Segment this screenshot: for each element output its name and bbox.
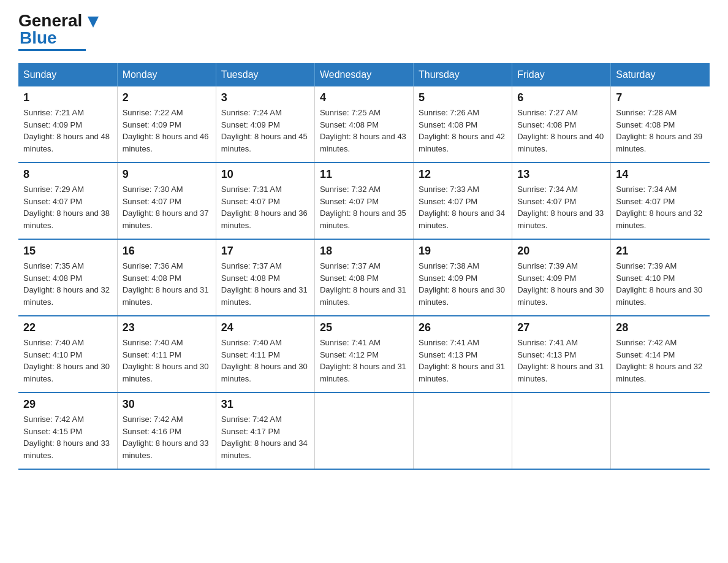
day-info: Sunrise: 7:39 AM Sunset: 4:09 PM Dayligh… (517, 260, 605, 308)
calendar-cell: 10 Sunrise: 7:31 AM Sunset: 4:07 PM Dayl… (216, 163, 314, 239)
day-info: Sunrise: 7:28 AM Sunset: 4:08 PM Dayligh… (616, 107, 705, 155)
day-info: Sunrise: 7:34 AM Sunset: 4:07 PM Dayligh… (616, 183, 705, 231)
day-info: Sunrise: 7:40 AM Sunset: 4:11 PM Dayligh… (221, 337, 309, 385)
day-info: Sunrise: 7:36 AM Sunset: 4:08 PM Dayligh… (123, 260, 211, 308)
calendar-cell: 18 Sunrise: 7:37 AM Sunset: 4:08 PM Dayl… (314, 239, 413, 316)
calendar-cell: 15 Sunrise: 7:35 AM Sunset: 4:08 PM Dayl… (18, 239, 117, 316)
calendar-cell: 4 Sunrise: 7:25 AM Sunset: 4:08 PM Dayli… (314, 86, 413, 163)
day-info: Sunrise: 7:24 AM Sunset: 4:09 PM Dayligh… (221, 107, 309, 155)
calendar-cell: 22 Sunrise: 7:40 AM Sunset: 4:10 PM Dayl… (18, 316, 117, 393)
logo: General Blue (18, 12, 99, 51)
calendar-cell: 30 Sunrise: 7:42 AM Sunset: 4:16 PM Dayl… (117, 393, 216, 469)
day-number: 21 (616, 245, 705, 258)
day-number: 12 (419, 168, 507, 181)
day-number: 3 (221, 91, 309, 104)
day-number: 19 (419, 245, 507, 258)
calendar-cell: 16 Sunrise: 7:36 AM Sunset: 4:08 PM Dayl… (117, 239, 216, 316)
calendar-table: SundayMondayTuesdayWednesdayThursdayFrid… (18, 63, 710, 470)
calendar-cell: 7 Sunrise: 7:28 AM Sunset: 4:08 PM Dayli… (611, 86, 710, 163)
calendar-cell: 29 Sunrise: 7:42 AM Sunset: 4:15 PM Dayl… (18, 393, 117, 469)
calendar-cell: 25 Sunrise: 7:41 AM Sunset: 4:12 PM Dayl… (314, 316, 413, 393)
day-number: 15 (23, 245, 112, 258)
day-info: Sunrise: 7:35 AM Sunset: 4:08 PM Dayligh… (23, 260, 112, 308)
day-number: 5 (419, 91, 507, 104)
day-info: Sunrise: 7:42 AM Sunset: 4:14 PM Dayligh… (616, 337, 705, 385)
day-info: Sunrise: 7:21 AM Sunset: 4:09 PM Dayligh… (23, 107, 112, 155)
day-number: 14 (616, 168, 705, 181)
calendar-cell: 5 Sunrise: 7:26 AM Sunset: 4:08 PM Dayli… (414, 86, 512, 163)
day-info: Sunrise: 7:25 AM Sunset: 4:08 PM Dayligh… (320, 107, 408, 155)
day-info: Sunrise: 7:30 AM Sunset: 4:07 PM Dayligh… (123, 183, 211, 231)
calendar-week-row: 22 Sunrise: 7:40 AM Sunset: 4:10 PM Dayl… (18, 316, 710, 393)
calendar-week-row: 8 Sunrise: 7:29 AM Sunset: 4:07 PM Dayli… (18, 163, 710, 239)
calendar-cell (611, 393, 710, 469)
day-number: 9 (123, 168, 211, 181)
day-info: Sunrise: 7:26 AM Sunset: 4:08 PM Dayligh… (419, 107, 507, 155)
calendar-week-row: 1 Sunrise: 7:21 AM Sunset: 4:09 PM Dayli… (18, 86, 710, 163)
calendar-cell (512, 393, 611, 469)
logo-underline (18, 49, 86, 51)
day-number: 13 (517, 168, 605, 181)
day-info: Sunrise: 7:39 AM Sunset: 4:10 PM Dayligh… (616, 260, 705, 308)
day-info: Sunrise: 7:40 AM Sunset: 4:11 PM Dayligh… (123, 337, 211, 385)
calendar-cell: 31 Sunrise: 7:42 AM Sunset: 4:17 PM Dayl… (216, 393, 314, 469)
day-info: Sunrise: 7:42 AM Sunset: 4:15 PM Dayligh… (23, 413, 112, 461)
calendar-cell: 6 Sunrise: 7:27 AM Sunset: 4:08 PM Dayli… (512, 86, 611, 163)
day-number: 1 (23, 91, 112, 104)
day-number: 20 (517, 245, 605, 258)
calendar-cell: 20 Sunrise: 7:39 AM Sunset: 4:09 PM Dayl… (512, 239, 611, 316)
day-info: Sunrise: 7:34 AM Sunset: 4:07 PM Dayligh… (517, 183, 605, 231)
calendar-cell: 23 Sunrise: 7:40 AM Sunset: 4:11 PM Dayl… (117, 316, 216, 393)
day-info: Sunrise: 7:27 AM Sunset: 4:08 PM Dayligh… (517, 107, 605, 155)
day-info: Sunrise: 7:32 AM Sunset: 4:07 PM Dayligh… (320, 183, 408, 231)
day-number: 10 (221, 168, 309, 181)
calendar-cell: 27 Sunrise: 7:41 AM Sunset: 4:13 PM Dayl… (512, 316, 611, 393)
calendar-week-row: 15 Sunrise: 7:35 AM Sunset: 4:08 PM Dayl… (18, 239, 710, 316)
calendar-header-row: SundayMondayTuesdayWednesdayThursdayFrid… (18, 63, 710, 86)
calendar-cell: 11 Sunrise: 7:32 AM Sunset: 4:07 PM Dayl… (314, 163, 413, 239)
day-number: 7 (616, 91, 705, 104)
header: General Blue (18, 12, 710, 51)
day-info: Sunrise: 7:41 AM Sunset: 4:12 PM Dayligh… (320, 337, 408, 385)
day-number: 17 (221, 245, 309, 258)
day-number: 8 (23, 168, 112, 181)
day-number: 6 (517, 91, 605, 104)
day-number: 24 (221, 321, 309, 334)
day-info: Sunrise: 7:42 AM Sunset: 4:17 PM Dayligh… (221, 413, 309, 461)
day-info: Sunrise: 7:37 AM Sunset: 4:08 PM Dayligh… (320, 260, 408, 308)
day-info: Sunrise: 7:40 AM Sunset: 4:10 PM Dayligh… (23, 337, 112, 385)
calendar-cell: 28 Sunrise: 7:42 AM Sunset: 4:14 PM Dayl… (611, 316, 710, 393)
day-number: 16 (123, 245, 211, 258)
day-info: Sunrise: 7:33 AM Sunset: 4:07 PM Dayligh… (419, 183, 507, 231)
day-info: Sunrise: 7:31 AM Sunset: 4:07 PM Dayligh… (221, 183, 309, 231)
day-number: 22 (23, 321, 112, 334)
day-info: Sunrise: 7:29 AM Sunset: 4:07 PM Dayligh… (23, 183, 112, 231)
logo-text: General (18, 12, 99, 29)
day-number: 18 (320, 245, 408, 258)
day-info: Sunrise: 7:38 AM Sunset: 4:09 PM Dayligh… (419, 260, 507, 308)
day-info: Sunrise: 7:41 AM Sunset: 4:13 PM Dayligh… (517, 337, 605, 385)
header-day-thursday: Thursday (414, 63, 512, 86)
day-number: 27 (517, 321, 605, 334)
calendar-cell: 1 Sunrise: 7:21 AM Sunset: 4:09 PM Dayli… (18, 86, 117, 163)
calendar-cell: 3 Sunrise: 7:24 AM Sunset: 4:09 PM Dayli… (216, 86, 314, 163)
calendar-cell: 9 Sunrise: 7:30 AM Sunset: 4:07 PM Dayli… (117, 163, 216, 239)
calendar-cell: 21 Sunrise: 7:39 AM Sunset: 4:10 PM Dayl… (611, 239, 710, 316)
calendar-cell (414, 393, 512, 469)
calendar-cell: 2 Sunrise: 7:22 AM Sunset: 4:09 PM Dayli… (117, 86, 216, 163)
calendar-cell: 19 Sunrise: 7:38 AM Sunset: 4:09 PM Dayl… (414, 239, 512, 316)
header-day-monday: Monday (117, 63, 216, 86)
calendar-cell (314, 393, 413, 469)
calendar-cell: 8 Sunrise: 7:29 AM Sunset: 4:07 PM Dayli… (18, 163, 117, 239)
header-day-friday: Friday (512, 63, 611, 86)
logo-blue-text: Blue (20, 28, 57, 47)
calendar-cell: 24 Sunrise: 7:40 AM Sunset: 4:11 PM Dayl… (216, 316, 314, 393)
day-number: 2 (123, 91, 211, 104)
day-number: 26 (419, 321, 507, 334)
day-number: 31 (221, 398, 309, 411)
calendar-cell: 14 Sunrise: 7:34 AM Sunset: 4:07 PM Dayl… (611, 163, 710, 239)
day-number: 11 (320, 168, 408, 181)
day-info: Sunrise: 7:22 AM Sunset: 4:09 PM Dayligh… (123, 107, 211, 155)
header-day-sunday: Sunday (18, 63, 117, 86)
header-day-wednesday: Wednesday (314, 63, 413, 86)
